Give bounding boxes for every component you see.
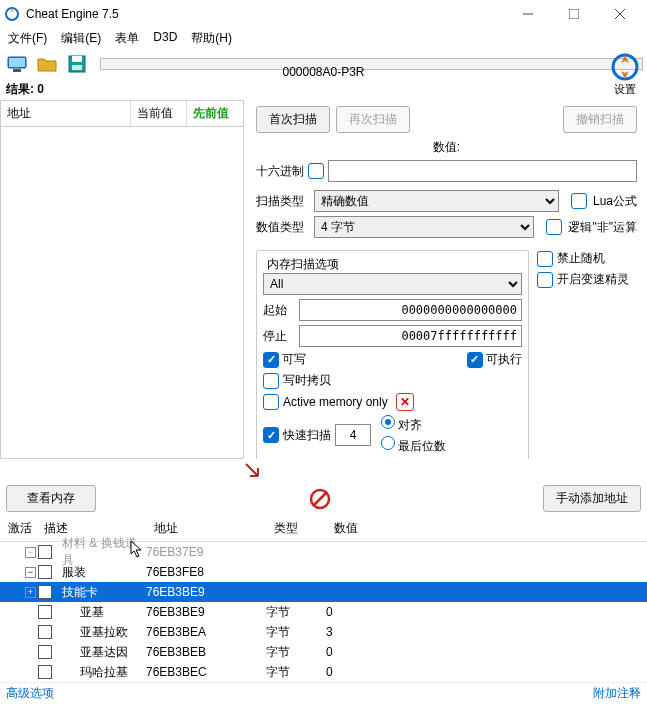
select-process-icon[interactable] bbox=[4, 51, 30, 77]
table-extras-link[interactable]: 附加注释 bbox=[593, 685, 641, 702]
svg-rect-10 bbox=[72, 65, 82, 70]
active-checkbox[interactable] bbox=[38, 665, 52, 679]
start-label: 起始 bbox=[263, 302, 295, 319]
value-type-label: 数值类型 bbox=[256, 219, 310, 236]
app-icon bbox=[4, 6, 20, 22]
clear-filter-button[interactable]: ✕ bbox=[396, 393, 414, 411]
memory-view-button[interactable]: 查看内存 bbox=[6, 485, 96, 512]
col-current[interactable]: 当前值 bbox=[131, 101, 187, 126]
last-digits-radio[interactable] bbox=[381, 436, 395, 450]
fast-scan-input[interactable] bbox=[335, 424, 371, 446]
menu-edit[interactable]: 编辑(E) bbox=[61, 30, 101, 47]
undo-scan-button: 撤销扫描 bbox=[563, 106, 637, 133]
not-checkbox[interactable] bbox=[546, 219, 562, 235]
table-row[interactable]: −服装76EB3FE8 bbox=[0, 562, 647, 582]
writable-checkbox[interactable] bbox=[263, 352, 279, 368]
menu-file[interactable]: 文件(F) bbox=[8, 30, 47, 47]
svg-rect-6 bbox=[9, 58, 25, 67]
value-label: 数值: bbox=[433, 139, 460, 156]
no-random-checkbox[interactable] bbox=[537, 251, 553, 267]
svg-line-13 bbox=[313, 492, 327, 506]
active-checkbox[interactable] bbox=[38, 645, 52, 659]
start-input[interactable] bbox=[299, 299, 522, 321]
align-radio[interactable] bbox=[381, 415, 395, 429]
value-type-select[interactable]: 4 字节 bbox=[314, 216, 534, 238]
speedhack-checkbox[interactable] bbox=[537, 272, 553, 288]
active-only-checkbox[interactable] bbox=[263, 394, 279, 410]
advanced-options-link[interactable]: 高级选项 bbox=[6, 685, 54, 702]
col-previous[interactable]: 先前值 bbox=[187, 101, 243, 126]
settings-icon[interactable]: 设置 bbox=[609, 50, 641, 98]
scan-type-select[interactable]: 精确数值 bbox=[314, 190, 559, 212]
not-label: 逻辑"非"运算 bbox=[568, 219, 637, 236]
cheat-table[interactable]: −材料 & 换钱道具76EB37E9−服装76EB3FE8+技能卡76EB3BE… bbox=[0, 542, 647, 682]
table-row[interactable]: 亚基拉欧76EB3BEA字节3 bbox=[0, 622, 647, 642]
col-addr2[interactable]: 地址 bbox=[150, 518, 270, 539]
stop-label: 停止 bbox=[263, 328, 295, 345]
menu-table[interactable]: 表单 bbox=[115, 30, 139, 47]
minimize-button[interactable] bbox=[505, 0, 551, 28]
close-button[interactable] bbox=[597, 0, 643, 28]
lua-checkbox[interactable] bbox=[571, 193, 587, 209]
col-active[interactable]: 激活 bbox=[4, 518, 40, 539]
svg-rect-9 bbox=[72, 56, 82, 62]
menu-d3d[interactable]: D3D bbox=[153, 30, 177, 47]
collapse-icon[interactable]: − bbox=[25, 567, 36, 578]
executable-checkbox[interactable] bbox=[467, 352, 483, 368]
menu-help[interactable]: 帮助(H) bbox=[191, 30, 232, 47]
active-checkbox[interactable] bbox=[38, 545, 52, 559]
mem-region-select[interactable]: All bbox=[263, 273, 522, 295]
add-address-button[interactable]: 手动添加地址 bbox=[543, 485, 641, 512]
col-type[interactable]: 类型 bbox=[270, 518, 330, 539]
active-checkbox[interactable] bbox=[38, 605, 52, 619]
collapse-icon[interactable]: − bbox=[25, 547, 36, 558]
expand-icon[interactable]: + bbox=[25, 587, 36, 598]
active-checkbox[interactable] bbox=[38, 625, 52, 639]
svg-rect-7 bbox=[13, 69, 21, 72]
table-row[interactable]: 亚基达因76EB3BEB字节0 bbox=[0, 642, 647, 662]
table-row[interactable]: −材料 & 换钱道具76EB37E9 bbox=[0, 542, 647, 562]
progress-bar bbox=[100, 58, 643, 70]
cow-checkbox[interactable] bbox=[263, 373, 279, 389]
add-to-list-button[interactable] bbox=[242, 460, 262, 480]
results-count: 0 bbox=[37, 82, 44, 96]
lua-label: Lua公式 bbox=[593, 193, 637, 210]
maximize-button[interactable] bbox=[551, 0, 597, 28]
col-address[interactable]: 地址 bbox=[1, 101, 131, 126]
next-scan-button: 再次扫描 bbox=[336, 106, 410, 133]
scan-type-label: 扫描类型 bbox=[256, 193, 310, 210]
open-file-icon[interactable] bbox=[34, 51, 60, 77]
hex-label: 十六进制 bbox=[256, 163, 304, 180]
stop-input[interactable] bbox=[299, 325, 522, 347]
save-file-icon[interactable] bbox=[64, 51, 90, 77]
table-row[interactable]: 亚基76EB3BE9字节0 bbox=[0, 602, 647, 622]
active-checkbox[interactable] bbox=[38, 585, 52, 599]
table-row[interactable]: 玛哈拉基76EB3BEC字节0 bbox=[0, 662, 647, 682]
results-label: 结果: bbox=[6, 82, 34, 96]
fast-scan-checkbox[interactable] bbox=[263, 427, 279, 443]
table-row[interactable]: +技能卡76EB3BE9 bbox=[0, 582, 647, 602]
window-title: Cheat Engine 7.5 bbox=[26, 7, 505, 21]
found-list[interactable] bbox=[0, 126, 244, 459]
first-scan-button[interactable]: 首次扫描 bbox=[256, 106, 330, 133]
svg-rect-2 bbox=[569, 9, 579, 19]
hex-checkbox[interactable] bbox=[308, 163, 324, 179]
active-checkbox[interactable] bbox=[38, 565, 52, 579]
mem-scan-legend: 内存扫描选项 bbox=[263, 256, 343, 273]
disabled-icon bbox=[104, 487, 535, 511]
col-value[interactable]: 数值 bbox=[330, 518, 362, 539]
value-input[interactable] bbox=[328, 160, 637, 182]
